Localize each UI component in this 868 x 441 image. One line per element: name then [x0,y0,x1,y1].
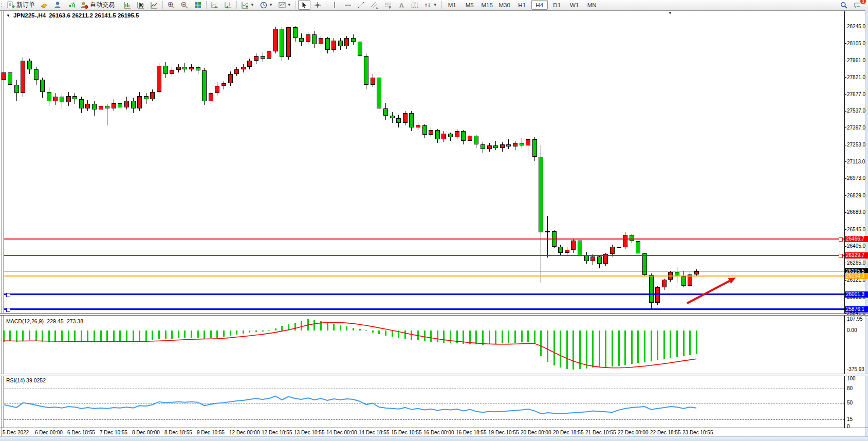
candle-body [196,67,200,70]
candle-body [306,34,310,42]
candle-body [610,247,615,254]
candle-body [105,106,109,108]
macd-histogram-bar [165,330,167,339]
price-axis-tick [844,246,846,247]
macd-histogram-bar [605,330,606,368]
candle-body [617,247,621,248]
candle-body [299,38,304,42]
macd-histogram-bar [81,330,82,342]
candle-body [273,29,278,51]
macd-histogram-bar [346,326,347,330]
macd-histogram-bar [534,330,535,343]
candle-body [344,38,349,46]
candle-body [578,241,582,255]
line-handle[interactable] [6,308,10,312]
macd-histogram-bar [372,330,374,333]
macd-histogram-bar [475,330,477,344]
price-axis-tick [844,27,846,27]
window-bottom-edge [0,436,868,441]
candle-body [506,144,511,147]
macd-histogram-bar [268,330,270,330]
candle-body [532,139,537,157]
candle-body [99,106,103,109]
candle-body [565,250,569,253]
candle-wick [619,243,619,249]
candle-body [150,92,155,99]
candle-wick [547,216,548,258]
candle-body [642,253,647,275]
time-axis-label: 15 Dec 10:55 [391,430,422,435]
macd-histogram-bar [262,330,264,332]
macd-histogram-bar [353,328,354,330]
macd-histogram-bar [450,330,451,343]
horizontal-level-line[interactable] [4,238,844,240]
candle-body [182,67,187,69]
time-axis-label: 14 Dec 18:55 [359,430,390,435]
candle-body [221,83,226,86]
candle-body [409,113,414,127]
macd-histogram-bar [392,330,393,337]
candle-body [513,143,518,146]
macd-histogram-bar [566,330,568,369]
candle-body [325,38,330,50]
macd-histogram-bar [74,330,76,342]
macd-histogram-bar [676,330,678,357]
macd-histogram-bar [61,330,63,341]
candle-body [364,56,368,85]
time-axis-label: 19 Dec 10:55 [488,430,519,435]
price-tag: 26466.7 [845,236,868,242]
horizontal-level-line[interactable] [4,271,844,271]
macd-histogram-bar [553,330,555,365]
line-handle[interactable] [6,293,10,297]
macd-histogram-bar [275,328,276,330]
candle-body [331,41,336,50]
time-axis[interactable]: 5 Dec 20226 Dec 00:006 Dec 18:557 Dec 10… [0,429,868,436]
macd-histogram-bar [152,330,153,340]
macd-histogram-bar [657,330,658,360]
price-axis-tick [844,111,846,112]
rsi-level-line [4,403,844,403]
rsi-line [4,396,696,414]
candle-body [571,241,576,250]
candle-body [34,69,39,80]
price-axis-label: 28245.0 [847,24,865,29]
price-axis-tick [844,94,846,95]
candle-body [403,113,408,123]
candle-body [649,275,654,303]
candle-body [144,96,149,99]
horizontal-level-line[interactable] [4,293,844,295]
macd-histogram-bar [670,330,671,358]
macd-histogram-bar [618,330,620,366]
time-axis-label: 16 Dec 00:00 [423,430,454,435]
time-axis-label: 5 Dec 2022 [3,430,29,435]
candle-body [234,69,239,74]
macd-histogram-bar [378,330,380,334]
rsi-axis-label: 80 [847,385,853,391]
price-axis-tick [844,178,846,179]
price-axis-label: 27821.0 [847,75,865,80]
macd-histogram-bar [236,330,237,335]
candle-body [441,134,446,140]
candle-body [377,78,381,108]
macd-histogram-bar [249,330,250,333]
line-handle[interactable] [839,254,843,258]
line-handle[interactable] [839,237,843,242]
price-axis-tick [844,212,846,213]
candle-body [247,61,252,67]
candle-body [79,99,84,109]
candle-body [338,41,343,47]
macd-histogram-bar [87,330,88,342]
candle-body [383,108,388,116]
horizontal-level-line[interactable] [4,308,844,310]
macd-histogram-bar [417,330,419,340]
horizontal-level-line[interactable] [4,255,844,256]
macd-histogram-bar [637,330,639,363]
chart-plot-area[interactable]: 28245.028105.027961.027821.027677.027537… [0,0,868,441]
horizontal-level-line[interactable] [4,275,844,277]
time-axis-label: 8 Dec 00:00 [132,430,160,435]
macd-histogram-bar [301,321,302,330]
macd-histogram-bar [437,330,438,342]
macd-histogram-bar [651,330,652,361]
metatrader-window: 新订单 自动交易 ▼ ▼ ▼ E F A T ▼ [0,0,868,441]
candle-body [267,51,271,59]
